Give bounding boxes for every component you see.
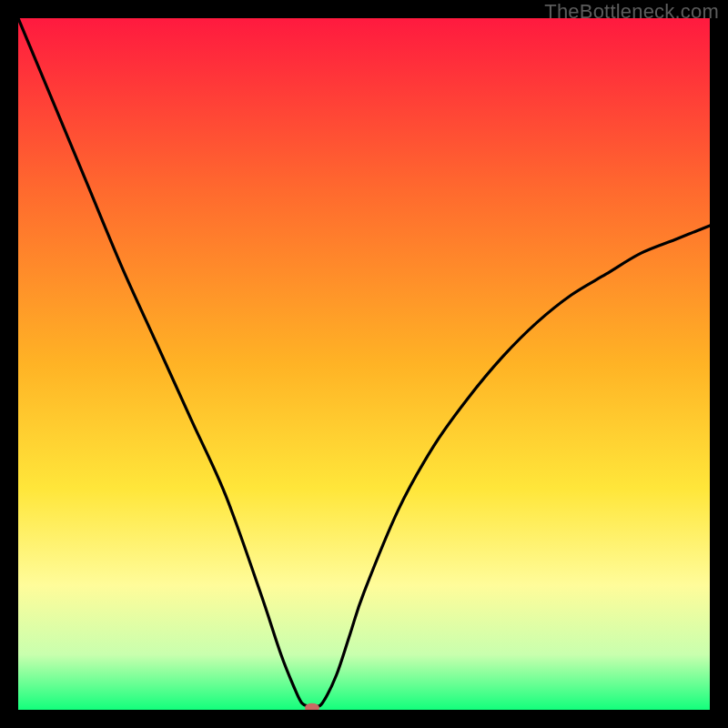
chart-frame: TheBottleneck.com: [0, 0, 728, 728]
chart-background: [18, 18, 710, 710]
bottleneck-chart: [18, 18, 710, 710]
